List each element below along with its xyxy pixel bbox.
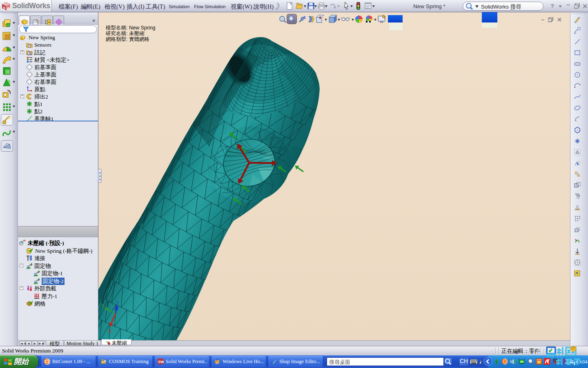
svg-text:A: A xyxy=(29,52,31,56)
svg-text:A: A xyxy=(575,160,579,166)
svg-text:W: W xyxy=(7,7,10,11)
svg-text:X: X xyxy=(108,329,111,334)
svg-text:Y: Y xyxy=(101,303,105,308)
svg-text:Z: Z xyxy=(116,301,119,306)
svg-text:SW: SW xyxy=(158,360,164,364)
svg-text:S: S xyxy=(3,6,5,10)
